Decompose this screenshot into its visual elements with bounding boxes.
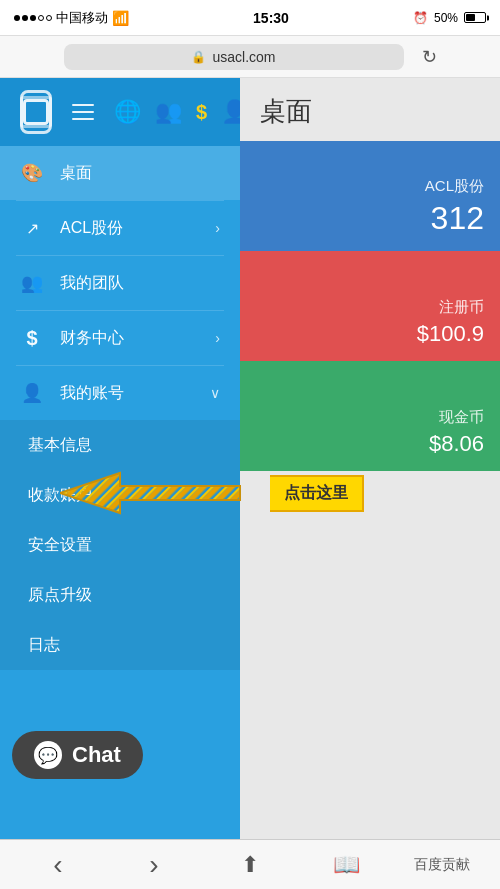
sidebar-item-my-team[interactable]: 👥 我的团队 bbox=[0, 256, 240, 310]
reload-button[interactable]: ↻ bbox=[422, 46, 437, 68]
sidebar-item-my-account[interactable]: 👤 我的账号 ∨ bbox=[0, 366, 240, 420]
arrow-annotation: 点击这里 bbox=[60, 468, 364, 518]
hamburger-line-3 bbox=[72, 118, 94, 120]
tabs-button[interactable]: 百度贡献 bbox=[412, 845, 472, 885]
card-cash-label: 现金币 bbox=[439, 408, 484, 427]
status-time: 15:30 bbox=[253, 10, 289, 26]
acl-arrow-icon: › bbox=[215, 220, 220, 236]
bottom-toolbar: ‹ › ⬆ 📖 百度贡献 bbox=[0, 839, 500, 889]
logo-inner bbox=[23, 99, 49, 125]
card-register-label: 注册币 bbox=[439, 298, 484, 317]
content-area: 桌面 ACL股份 312 注册币 $100.9 现金币 $8.06 bbox=[240, 78, 500, 839]
signal-dots bbox=[14, 15, 52, 21]
globe-icon[interactable]: 🌐 bbox=[114, 99, 141, 125]
dot2 bbox=[22, 15, 28, 21]
card-cash-coin[interactable]: 现金币 $8.06 bbox=[240, 361, 500, 471]
chat-button[interactable]: 💬 Chat bbox=[12, 731, 143, 779]
annotation-label: 点击这里 bbox=[270, 475, 364, 512]
dot5 bbox=[46, 15, 52, 21]
sidebar-item-team-label: 我的团队 bbox=[60, 273, 220, 294]
sidebar-item-acl-label: ACL股份 bbox=[60, 218, 199, 239]
battery-fill bbox=[466, 14, 475, 21]
share-button[interactable]: ⬆ bbox=[220, 845, 280, 885]
hamburger-line-2 bbox=[72, 111, 94, 113]
alarm-icon: ⏰ bbox=[413, 11, 428, 25]
origin-upgrade-label: 原点升级 bbox=[28, 585, 220, 606]
finance-icon: $ bbox=[20, 326, 44, 350]
dot3 bbox=[30, 15, 36, 21]
sidebar-sub-basic-info[interactable]: 基本信息 bbox=[0, 420, 240, 470]
sidebar-item-finance[interactable]: $ 财务中心 › bbox=[0, 311, 240, 365]
sidebar-header: 🌐 👥 $ 👤 ⋮ bbox=[0, 78, 240, 146]
dollar-icon[interactable]: $ bbox=[196, 101, 207, 124]
chat-label: Chat bbox=[72, 742, 121, 768]
status-left: 中国移动 📶 bbox=[14, 9, 129, 27]
content-header: 桌面 bbox=[240, 78, 500, 141]
battery-percent: 50% bbox=[434, 11, 458, 25]
page-title: 桌面 bbox=[260, 94, 480, 129]
desktop-icon: 🎨 bbox=[20, 161, 44, 185]
sidebar: 🌐 👥 $ 👤 ⋮ 🎨 桌面 ↗ ACL股份 › bbox=[0, 78, 240, 839]
card-register-value: $100.9 bbox=[417, 321, 484, 347]
battery-icon bbox=[464, 12, 486, 23]
dot1 bbox=[14, 15, 20, 21]
card-register-coin[interactable]: 注册币 $100.9 bbox=[240, 251, 500, 361]
hamburger-line-1 bbox=[72, 104, 94, 106]
svg-marker-2 bbox=[60, 473, 240, 513]
my-account-icon: 👤 bbox=[20, 381, 44, 405]
card-cash-value: $8.06 bbox=[429, 431, 484, 457]
team-icon[interactable]: 👥 bbox=[155, 99, 182, 125]
url-text: usacl.com bbox=[212, 49, 275, 65]
sidebar-sub-security[interactable]: 安全设置 bbox=[0, 520, 240, 570]
status-right: ⏰ 50% bbox=[413, 11, 486, 25]
chat-bubble-icon: 💬 bbox=[34, 741, 62, 769]
cards-grid: ACL股份 312 注册币 $100.9 现金币 $8.06 bbox=[240, 141, 500, 471]
card-acl-label: ACL股份 bbox=[425, 177, 484, 196]
bookmark-button[interactable]: 📖 bbox=[316, 845, 376, 885]
book-icon: 📖 bbox=[333, 852, 360, 878]
arrow-svg bbox=[60, 468, 270, 518]
sidebar-logo bbox=[20, 90, 52, 134]
sidebar-item-finance-label: 财务中心 bbox=[60, 328, 199, 349]
log-label: 日志 bbox=[28, 635, 220, 656]
acl-stock-icon: ↗ bbox=[20, 216, 44, 240]
wifi-icon: 📶 bbox=[112, 10, 129, 26]
forward-button[interactable]: › bbox=[124, 845, 184, 885]
dot4 bbox=[38, 15, 44, 21]
sidebar-item-desktop-label: 桌面 bbox=[60, 163, 220, 184]
back-icon: ‹ bbox=[53, 849, 62, 881]
back-button[interactable]: ‹ bbox=[28, 845, 88, 885]
my-team-icon: 👥 bbox=[20, 271, 44, 295]
forward-icon: › bbox=[149, 849, 158, 881]
basic-info-label: 基本信息 bbox=[28, 435, 220, 456]
card-acl-value: 312 bbox=[431, 200, 484, 237]
sidebar-sub-origin-upgrade[interactable]: 原点升级 bbox=[0, 570, 240, 620]
sidebar-item-account-label: 我的账号 bbox=[60, 383, 194, 404]
card-acl-stock[interactable]: ACL股份 312 bbox=[240, 141, 500, 251]
main-area: 🌐 👥 $ 👤 ⋮ 🎨 桌面 ↗ ACL股份 › bbox=[0, 78, 500, 839]
security-label: 安全设置 bbox=[28, 535, 220, 556]
account-arrow-icon: ∨ bbox=[210, 385, 220, 401]
sidebar-item-desktop[interactable]: 🎨 桌面 bbox=[0, 146, 240, 200]
address-bar[interactable]: 🔒 usacl.com ↻ bbox=[0, 36, 500, 78]
url-bar[interactable]: 🔒 usacl.com bbox=[64, 44, 404, 70]
tabs-icon: 百度贡献 bbox=[414, 856, 470, 874]
carrier-label: 中国移动 bbox=[56, 9, 108, 27]
sidebar-sub-log[interactable]: 日志 bbox=[0, 620, 240, 670]
finance-arrow-icon: › bbox=[215, 330, 220, 346]
lock-icon: 🔒 bbox=[191, 50, 206, 64]
sidebar-item-acl-stock[interactable]: ↗ ACL股份 › bbox=[0, 201, 240, 255]
hamburger-menu[interactable] bbox=[72, 104, 94, 120]
share-icon: ⬆ bbox=[241, 852, 259, 878]
status-bar: 中国移动 📶 15:30 ⏰ 50% bbox=[0, 0, 500, 36]
